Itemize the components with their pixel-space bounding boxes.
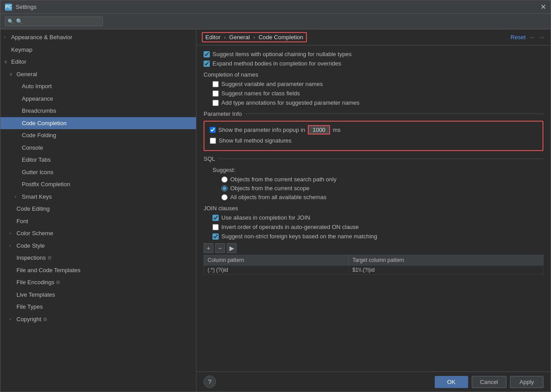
suggest-variable-names-checkbox[interactable] bbox=[212, 81, 219, 87]
titlebar: PC Settings ✕ bbox=[0, 0, 551, 14]
invert-order-label: Invert order of operands in auto-generat… bbox=[221, 224, 359, 230]
radio-current-scope-label: Objects from the current scope bbox=[230, 185, 310, 192]
sidebar-item-label: Editor bbox=[11, 57, 26, 66]
sidebar-item-label: Appearance & Behavior bbox=[11, 33, 72, 42]
radio-all-objects-radio[interactable] bbox=[221, 194, 228, 200]
apply-button[interactable]: Apply bbox=[510, 376, 543, 388]
table-run-button[interactable]: ▶ bbox=[227, 243, 237, 253]
table-add-button[interactable]: + bbox=[204, 243, 213, 253]
param-popup-row: Show the parameter info popup in ms bbox=[210, 125, 537, 135]
radio-row-radio-current-scope: Objects from the current scope bbox=[221, 185, 543, 192]
nav-forward-arrow[interactable]: → bbox=[538, 33, 545, 41]
reset-button[interactable]: Reset bbox=[510, 34, 526, 41]
sidebar-item-color-scheme[interactable]: ›Color Scheme bbox=[0, 227, 196, 240]
radio-all-objects-label: All objects from all available schemas bbox=[230, 194, 327, 200]
table-row: (.*) (?i)id $1\\.(?i)id bbox=[204, 265, 543, 275]
sidebar-item-smart-keys[interactable]: ›Smart Keys bbox=[0, 191, 196, 203]
radio-current-scope-radio[interactable] bbox=[221, 185, 228, 192]
suggest-class-fields-label: Suggest names for class fields bbox=[221, 90, 300, 97]
table-cell-col-pattern: (.*) (?i)id bbox=[204, 265, 349, 275]
expand-method-bodies-checkbox[interactable] bbox=[204, 61, 210, 67]
sidebar-item-keymap[interactable]: Keymap bbox=[0, 44, 196, 56]
table-remove-button[interactable]: − bbox=[215, 243, 225, 253]
sidebar-item-code-style[interactable]: ›Code Style bbox=[0, 240, 196, 252]
show-full-signatures-label: Show full method signatures bbox=[219, 137, 291, 144]
popup-ms-label: ms bbox=[333, 127, 340, 133]
arrow-icon: › bbox=[9, 316, 15, 323]
suggest-class-fields-checkbox[interactable] bbox=[212, 90, 219, 97]
join-clauses-header: JOIN clauses bbox=[204, 205, 543, 212]
right-panel: Editor › General › Code Completion Reset… bbox=[196, 29, 551, 392]
nav-back-arrow[interactable]: ← bbox=[529, 33, 536, 41]
checkbox-row-suggest-variable-names: Suggest variable and parameter names bbox=[212, 81, 543, 87]
add-type-annotations-checkbox[interactable] bbox=[212, 100, 219, 106]
settings-window: PC Settings ✕ 🔍 ›Appearance & BehaviorKe… bbox=[0, 0, 551, 392]
checkbox-row-suggest-class-fields: Suggest names for class fields bbox=[212, 90, 543, 97]
expand-method-bodies-label: Expand method bodies in completion for o… bbox=[212, 60, 341, 67]
show-full-signatures-checkbox[interactable] bbox=[210, 138, 216, 144]
radio-current-search-radio[interactable] bbox=[221, 176, 228, 183]
sidebar-item-code-folding[interactable]: Code Folding bbox=[0, 129, 196, 142]
sidebar-item-auto-import[interactable]: Auto Import bbox=[0, 80, 196, 93]
suggest-foreign-keys-checkbox[interactable] bbox=[212, 233, 219, 240]
arrow-icon: › bbox=[9, 242, 15, 249]
nav-arrows: ← → bbox=[529, 33, 545, 41]
add-type-annotations-label: Add type annotations for suggested param… bbox=[221, 99, 359, 106]
parameter-info-section: Parameter Info bbox=[204, 110, 543, 117]
use-aliases-checkbox[interactable] bbox=[212, 215, 219, 221]
sidebar-item-code-completion[interactable]: Code Completion bbox=[0, 117, 196, 130]
invert-order-checkbox[interactable] bbox=[212, 224, 219, 230]
popup-delay-input[interactable] bbox=[308, 125, 330, 135]
arrow-icon: › bbox=[15, 193, 20, 200]
sidebar-badge-icon: ⊟ bbox=[48, 254, 51, 261]
suggest-foreign-keys-label: Suggest non-strict foreign keys based on… bbox=[221, 233, 377, 240]
sidebar-item-general[interactable]: ∨General bbox=[0, 68, 196, 81]
sidebar-item-appearance[interactable]: Appearance bbox=[0, 93, 196, 105]
parameter-info-box: Show the parameter info popup in ms Show… bbox=[204, 121, 543, 151]
sidebar-item-postfix-completion[interactable]: Postfix Completion bbox=[0, 178, 196, 191]
sidebar-item-font[interactable]: Font bbox=[0, 215, 196, 228]
checkbox-row-invert-order: Invert order of operands in auto-generat… bbox=[212, 224, 543, 230]
sidebar-item-file-code-templates[interactable]: File and Code Templates bbox=[0, 264, 196, 277]
close-button[interactable]: ✕ bbox=[540, 3, 546, 11]
sidebar-item-gutter-icons[interactable]: Gutter Icons bbox=[0, 166, 196, 179]
table-col-target-pattern: Target column pattern bbox=[349, 255, 543, 265]
sidebar-item-breadcrumbs[interactable]: Breadcrumbs bbox=[0, 105, 196, 117]
sidebar-item-console[interactable]: Console bbox=[0, 142, 196, 154]
sidebar-item-label: General bbox=[16, 70, 37, 79]
sidebar-item-label: Code Completion bbox=[22, 119, 66, 128]
sidebar-item-appearance-behavior[interactable]: ›Appearance & Behavior bbox=[0, 31, 196, 44]
help-button[interactable]: ? bbox=[204, 376, 216, 388]
sidebar-item-label: Code Folding bbox=[22, 131, 56, 140]
breadcrumb: Editor › General › Code Completion bbox=[202, 32, 307, 42]
suggest-optional-chaining-checkbox[interactable] bbox=[204, 51, 210, 57]
show-popup-label-before: Show the parameter info popup in bbox=[218, 127, 305, 133]
sidebar-item-label: Code Style bbox=[16, 241, 45, 250]
search-input[interactable] bbox=[5, 16, 103, 26]
radio-row-radio-all-objects: All objects from all available schemas bbox=[221, 194, 543, 200]
sql-divider-line bbox=[219, 159, 543, 159]
sidebar-item-editor[interactable]: ∨Editor bbox=[0, 56, 196, 68]
breadcrumb-sep-1: › bbox=[224, 34, 228, 41]
sql-content: Suggest: Objects from the current search… bbox=[212, 167, 543, 200]
arrow-icon: ∨ bbox=[4, 58, 9, 65]
sidebar-item-live-templates[interactable]: Live Templates bbox=[0, 289, 196, 301]
sidebar-item-editor-tabs[interactable]: Editor Tabs bbox=[0, 154, 196, 166]
use-aliases-label: Use aliases in completion for JOIN bbox=[221, 214, 310, 221]
sidebar-item-code-editing[interactable]: Code Editing bbox=[0, 203, 196, 215]
parameter-info-divider-line bbox=[245, 114, 543, 114]
show-popup-checkbox[interactable] bbox=[210, 127, 216, 133]
sidebar-item-file-encodings[interactable]: File Encodings⊟ bbox=[0, 276, 196, 289]
search-bar: 🔍 bbox=[0, 14, 551, 29]
bottom-bar: ? OK Cancel Apply bbox=[196, 372, 551, 392]
sidebar-item-label: Live Templates bbox=[16, 290, 55, 299]
sidebar-item-label: Inspections bbox=[16, 253, 46, 262]
sidebar-item-copyright[interactable]: ›Copyright⊟ bbox=[0, 313, 196, 326]
suggest-label: Suggest: bbox=[212, 167, 543, 173]
ok-button[interactable]: OK bbox=[435, 376, 468, 388]
sidebar-item-file-types[interactable]: File Types bbox=[0, 301, 196, 313]
cancel-button[interactable]: Cancel bbox=[472, 376, 506, 388]
radio-row-radio-current-search: Objects from the current search path onl… bbox=[221, 176, 543, 183]
checkbox-row-suggest-optional-chaining: Suggest items with optional chaining for… bbox=[204, 51, 543, 57]
sidebar-item-inspections[interactable]: Inspections⊟ bbox=[0, 252, 196, 264]
